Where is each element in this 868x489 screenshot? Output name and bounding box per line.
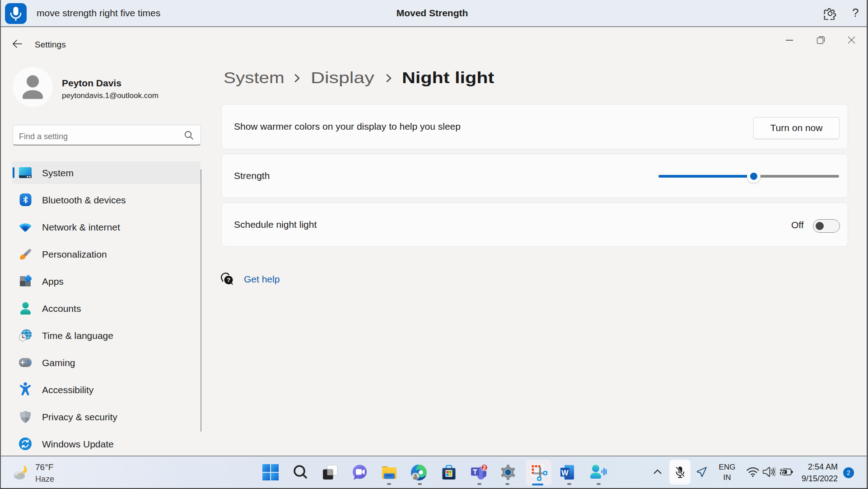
svg-text:?: ? bbox=[227, 277, 230, 283]
svg-text:W: W bbox=[561, 469, 569, 477]
svg-text:2: 2 bbox=[483, 465, 486, 471]
